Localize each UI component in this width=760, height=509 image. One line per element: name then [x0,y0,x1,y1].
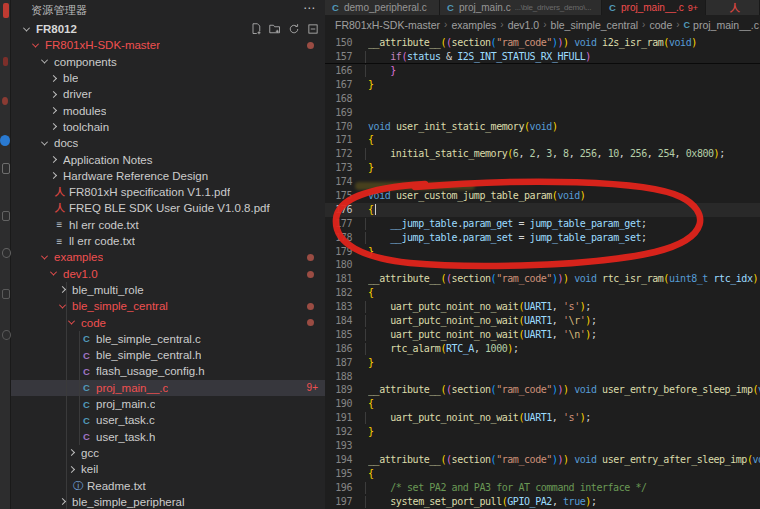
tree-item-user-task-c[interactable]: Cuser_task.c [11,412,325,428]
code-line-172[interactable]: 172 initial_static_memory(6, 2, 3, 8, 25… [325,147,760,161]
breadcrumb-item-dev1-0[interactable]: dev1.0 [508,19,540,31]
code-text: rtc_alarm(RTC_A, 1000); [368,342,760,356]
tree-item-components[interactable]: components [11,54,325,70]
code-line-193[interactable]: 193 [325,439,760,453]
code-text: __attribute__((section("ram_code"))) voi… [368,272,760,286]
tree-item-hl-err-code-txt[interactable]: ≡hl err code.txt [11,217,325,233]
line-number: 187 [325,356,352,370]
code-line-186[interactable]: 186 rtc_alarm(RTC_A, 1000); [325,342,760,356]
new-file-icon[interactable] [250,23,262,35]
code-line-171[interactable]: 171{ [325,133,760,147]
code-line-189[interactable]: 189__attribute__((section("ram_code"))) … [325,383,760,397]
tree-item-user-task-h[interactable]: Cuser_task.h [11,429,325,445]
breadcrumb-item-code[interactable]: code [649,19,672,31]
tree-item-examples[interactable]: examples [11,249,325,265]
code-area[interactable]: 166 }167}168169170void user_init_static_… [325,64,760,509]
vscode-window: 资源管理器 ⋯ FR8012FR801xH-SDK-mastercomponen… [0,0,760,509]
modified-dot-badge [307,254,314,261]
new-folder-icon[interactable] [269,23,281,35]
collapse-all-icon[interactable] [307,23,319,35]
code-line-183[interactable]: 183 uart_putc_noint_no_wait(UART1, 's'); [325,300,760,314]
refresh-icon[interactable] [288,23,300,35]
tree-item-label: ble_simple_peripheral [72,496,185,508]
tree-item-fr801xh-sdk-master[interactable]: FR801xH-SDK-master [11,37,325,53]
code-line-182[interactable]: 182{ [325,286,760,300]
tree-item-gcc[interactable]: gcc [11,445,325,461]
code-line-187[interactable]: 187} [325,356,760,370]
tree-item-dev1-0[interactable]: dev1.0 [11,266,325,282]
tree-item-ble-simple-central-h[interactable]: Cble_simple_central.h [11,347,325,363]
activity-bar[interactable] [0,0,11,509]
tree-item-fr8012[interactable]: FR8012 [11,21,325,37]
code-line-169[interactable]: 169 [325,106,760,120]
code-line-190[interactable]: 190{ [325,397,760,411]
tree-item-readme-txt[interactable]: ⓘReadme.txt [11,477,325,493]
tree-item-modules[interactable]: modules [11,103,325,119]
tree-item-ble[interactable]: ble [11,70,325,86]
code-line-191[interactable]: 191 uart_putc_noint_no_wait(UART1, 's'); [325,411,760,425]
tab-proj-main-c[interactable]: Cproj_main__.c9+✕ [602,0,706,15]
code-line-167[interactable]: 167} [325,78,760,92]
breadcrumb-item-ble-simple-central[interactable]: ble_simple_central [551,19,639,31]
code-line-170[interactable]: 170void user_init_static_memory(void) [325,120,760,134]
code-line-166[interactable]: 166 } [325,64,760,78]
code-line-184[interactable]: 184 uart_putc_noint_no_wait(UART1, '\r')… [325,314,760,328]
code-line-150[interactable]: 150__attribute__((section("ram_code"))) … [325,36,760,50]
tree-item-flash-usage-config-h[interactable]: Cflash_usage_config.h [11,363,325,379]
tree-item-label: modules [63,105,106,117]
tree-item-driver[interactable]: driver [11,86,325,102]
tree-item-label: Hardware Reference Design [63,170,208,182]
tab-partial[interactable]: 人 [706,0,760,15]
code-line-177[interactable]: 177 __jump_table.param_get = jump_table_… [325,217,760,231]
tree-item-docs[interactable]: docs [11,135,325,151]
modified-dot-badge [307,271,314,278]
code-line-174[interactable]: 174 [325,175,760,189]
code-line-175[interactable]: 175void user_custom_jump_table_param(voi… [325,189,760,203]
code-line-194[interactable]: 194__attribute__((section("ram_code"))) … [325,453,760,467]
code-line-176[interactable]: 176{ [325,203,760,217]
code-line-196[interactable]: 196 /* set PA2 and PA3 for AT command in… [325,481,760,495]
code-line-179[interactable]: 179} [325,245,760,259]
tree-item-ble-simple-central[interactable]: ble_simple_central [11,298,325,314]
tree-item-fr801xh-specification-v1-1-pdf[interactable]: 人FR801xH specification V1.1.pdf [11,184,325,200]
code-line-181[interactable]: 181__attribute__((section("ram_code"))) … [325,272,760,286]
tab-proj-main-c[interactable]: Cproj_main.c...\ble_drivers_demo\... [440,0,602,15]
problems-badge: 9+ [307,382,318,393]
chevron-down-icon [59,301,66,308]
breadcrumb-item-fr801xh-sdk-master[interactable]: FR801xH-SDK-master [335,19,440,31]
tree-item-freq-ble-sdk-user-guide-v1-0-8-pdf[interactable]: 人FREQ BLE SDK User Guide V1.0.8.pdf [11,200,325,216]
code-line-173[interactable]: 173} [325,161,760,175]
code-line-197[interactable]: 197 system_set_port_pull(GPIO_PA2, true)… [325,495,760,509]
tree-item-ble-simple-peripheral[interactable]: ble_simple_peripheral [11,494,325,509]
tree-item-proj-main-c[interactable]: Cproj_main.c [11,396,325,412]
code-line-195[interactable]: 195{ [325,467,760,481]
chevron-right-icon [50,156,57,163]
tab-description: ...\ble_drivers_demo\... [515,3,592,12]
code-line-188[interactable]: 188 [325,370,760,384]
tab-demo-peripheral-c[interactable]: Cdemo_peripheral.c [325,0,440,15]
tree-item-proj-main-c[interactable]: Cproj_main__.c9+ [11,380,325,396]
tree-item-ble-multi-role[interactable]: ble_multi_role [11,282,325,298]
code-text: { [368,203,760,217]
code-line-185[interactable]: 185 uart_putc_noint_no_wait(UART1, '\n')… [325,328,760,342]
tree-item-ll-err-code-txt[interactable]: ≡ll err code.txt [11,233,325,249]
code-text: } [368,78,760,92]
activity-partial-icon [3,57,8,66]
breadcrumb-item-proj-main-c[interactable]: proj_main__.c [693,19,759,31]
code-line-178[interactable]: 178 __jump_table.param_set = jump_table_… [325,231,760,245]
breadcrumb-item-examples[interactable]: examples [451,19,496,31]
tree-item-label: FR801xH-SDK-master [45,39,160,51]
tree-item-keil[interactable]: keil [11,461,325,477]
tree-item-application-notes[interactable]: Application Notes [11,151,325,167]
code-line-157[interactable]: 157 if(status & I2S_INT_STATUS_RX_HFULL) [325,50,760,64]
activity-partial-icon [2,248,11,258]
code-line-192[interactable]: 192} [325,425,760,439]
more-actions-icon[interactable]: ⋯ [303,1,315,15]
tree-item-toolchain[interactable]: toolchain [11,119,325,135]
tree-item-ble-simple-central-c[interactable]: Cble_simple_central.c [11,331,325,347]
code-line-180[interactable]: 180 [325,258,760,272]
tree-item-code[interactable]: code [11,314,325,330]
code-line-168[interactable]: 168 [325,92,760,106]
code-text: void user_init_static_memory(void) [368,120,760,134]
tree-item-hardware-reference-design[interactable]: Hardware Reference Design [11,168,325,184]
